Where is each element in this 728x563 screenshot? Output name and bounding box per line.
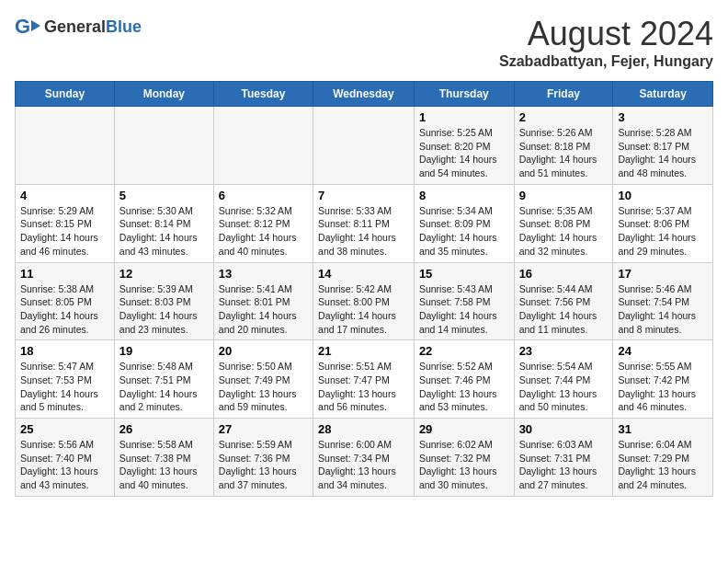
day-number: 22: [419, 344, 509, 358]
weekday-header-friday: Friday: [514, 82, 613, 107]
day-info: Sunrise: 5:42 AM Sunset: 8:00 PM Dayligh…: [318, 282, 409, 337]
calendar-cell: 1Sunrise: 5:25 AM Sunset: 8:20 PM Daylig…: [414, 107, 514, 185]
day-number: 26: [119, 422, 209, 436]
day-info: Sunrise: 6:02 AM Sunset: 7:32 PM Dayligh…: [419, 438, 509, 492]
day-info: Sunrise: 5:33 AM Sunset: 8:11 PM Dayligh…: [318, 204, 409, 259]
day-info: Sunrise: 5:26 AM Sunset: 8:18 PM Dayligh…: [519, 126, 609, 180]
calendar-cell: 24Sunrise: 5:55 AM Sunset: 7:42 PM Dayli…: [613, 340, 713, 419]
calendar-header-row: SundayMondayTuesdayWednesdayThursdayFrid…: [16, 82, 713, 107]
svg-marker-1: [31, 20, 40, 31]
calendar-cell: 27Sunrise: 5:59 AM Sunset: 7:36 PM Dayli…: [213, 419, 313, 497]
calendar-cell: [114, 107, 213, 185]
page-header: G General Blue August 2024 Szabadbattyan…: [15, 15, 713, 70]
day-number: 10: [618, 189, 708, 202]
calendar-week-row: 1Sunrise: 5:25 AM Sunset: 8:20 PM Daylig…: [16, 107, 713, 185]
calendar-cell: 12Sunrise: 5:39 AM Sunset: 8:03 PM Dayli…: [114, 262, 213, 340]
day-info: Sunrise: 5:41 AM Sunset: 8:01 PM Dayligh…: [219, 282, 308, 337]
calendar-cell: 18Sunrise: 5:47 AM Sunset: 7:53 PM Dayli…: [16, 340, 115, 419]
calendar-cell: 9Sunrise: 5:35 AM Sunset: 8:08 PM Daylig…: [514, 184, 613, 262]
day-number: 21: [318, 344, 409, 358]
day-number: 27: [219, 422, 308, 436]
day-info: Sunrise: 5:29 AM Sunset: 8:15 PM Dayligh…: [20, 204, 109, 259]
day-info: Sunrise: 5:55 AM Sunset: 7:42 PM Dayligh…: [618, 360, 708, 414]
day-number: 12: [119, 267, 209, 281]
day-number: 19: [119, 344, 209, 358]
day-number: 6: [219, 189, 308, 202]
day-info: Sunrise: 5:59 AM Sunset: 7:36 PM Dayligh…: [219, 438, 308, 492]
logo-text-blue: Blue: [106, 18, 142, 37]
day-number: 9: [519, 189, 609, 202]
day-number: 16: [519, 267, 609, 281]
calendar-cell: 11Sunrise: 5:38 AM Sunset: 8:05 PM Dayli…: [16, 262, 115, 340]
day-number: 2: [519, 110, 609, 124]
calendar-cell: 8Sunrise: 5:34 AM Sunset: 8:09 PM Daylig…: [414, 184, 514, 262]
calendar-cell: [16, 107, 115, 185]
calendar-table: SundayMondayTuesdayWednesdayThursdayFrid…: [15, 81, 713, 497]
day-info: Sunrise: 5:46 AM Sunset: 7:54 PM Dayligh…: [618, 282, 708, 337]
day-info: Sunrise: 5:25 AM Sunset: 8:20 PM Dayligh…: [419, 126, 509, 180]
day-number: 17: [618, 267, 708, 281]
calendar-cell: 28Sunrise: 6:00 AM Sunset: 7:34 PM Dayli…: [313, 419, 415, 497]
day-number: 8: [419, 189, 509, 202]
day-number: 30: [519, 422, 609, 436]
title-block: August 2024 Szabadbattyan, Fejer, Hungar…: [499, 15, 713, 70]
calendar-cell: 15Sunrise: 5:43 AM Sunset: 7:58 PM Dayli…: [414, 262, 514, 340]
calendar-cell: 7Sunrise: 5:33 AM Sunset: 8:11 PM Daylig…: [313, 184, 415, 262]
day-info: Sunrise: 5:35 AM Sunset: 8:08 PM Dayligh…: [519, 204, 609, 259]
calendar-cell: [213, 107, 313, 185]
day-number: 15: [419, 267, 509, 281]
calendar-week-row: 25Sunrise: 5:56 AM Sunset: 7:40 PM Dayli…: [16, 419, 713, 497]
calendar-cell: 17Sunrise: 5:46 AM Sunset: 7:54 PM Dayli…: [613, 262, 713, 340]
weekday-header-tuesday: Tuesday: [213, 82, 313, 107]
day-info: Sunrise: 5:30 AM Sunset: 8:14 PM Dayligh…: [119, 204, 209, 259]
calendar-cell: 2Sunrise: 5:26 AM Sunset: 8:18 PM Daylig…: [514, 107, 613, 185]
day-info: Sunrise: 6:03 AM Sunset: 7:31 PM Dayligh…: [519, 438, 609, 492]
calendar-week-row: 11Sunrise: 5:38 AM Sunset: 8:05 PM Dayli…: [16, 262, 713, 340]
calendar-cell: 13Sunrise: 5:41 AM Sunset: 8:01 PM Dayli…: [213, 262, 313, 340]
calendar-cell: 25Sunrise: 5:56 AM Sunset: 7:40 PM Dayli…: [16, 419, 115, 497]
calendar-cell: 4Sunrise: 5:29 AM Sunset: 8:15 PM Daylig…: [16, 184, 115, 262]
day-info: Sunrise: 5:37 AM Sunset: 8:06 PM Dayligh…: [618, 204, 708, 259]
weekday-header-sunday: Sunday: [16, 82, 115, 107]
logo-text-general: General: [44, 18, 106, 37]
calendar-cell: 21Sunrise: 5:51 AM Sunset: 7:47 PM Dayli…: [313, 340, 415, 419]
calendar-cell: 26Sunrise: 5:58 AM Sunset: 7:38 PM Dayli…: [114, 419, 213, 497]
day-number: 3: [618, 110, 708, 124]
day-number: 18: [20, 344, 109, 358]
logo-icon: G: [15, 15, 40, 40]
day-number: 5: [119, 189, 209, 202]
calendar-cell: 30Sunrise: 6:03 AM Sunset: 7:31 PM Dayli…: [514, 419, 613, 497]
day-number: 31: [618, 422, 708, 436]
day-info: Sunrise: 6:00 AM Sunset: 7:34 PM Dayligh…: [318, 438, 409, 492]
calendar-week-row: 4Sunrise: 5:29 AM Sunset: 8:15 PM Daylig…: [16, 184, 713, 262]
weekday-header-monday: Monday: [114, 82, 213, 107]
day-info: Sunrise: 5:28 AM Sunset: 8:17 PM Dayligh…: [618, 126, 708, 180]
day-number: 7: [318, 189, 409, 202]
weekday-header-saturday: Saturday: [613, 82, 713, 107]
weekday-header-wednesday: Wednesday: [313, 82, 415, 107]
logo: G General Blue: [15, 15, 142, 40]
day-info: Sunrise: 5:54 AM Sunset: 7:44 PM Dayligh…: [519, 360, 609, 414]
calendar-cell: [313, 107, 415, 185]
calendar-cell: 6Sunrise: 5:32 AM Sunset: 8:12 PM Daylig…: [213, 184, 313, 262]
day-number: 20: [219, 344, 308, 358]
calendar-cell: 29Sunrise: 6:02 AM Sunset: 7:32 PM Dayli…: [414, 419, 514, 497]
calendar-cell: 14Sunrise: 5:42 AM Sunset: 8:00 PM Dayli…: [313, 262, 415, 340]
day-number: 13: [219, 267, 308, 281]
day-info: Sunrise: 5:39 AM Sunset: 8:03 PM Dayligh…: [119, 282, 209, 337]
day-info: Sunrise: 5:43 AM Sunset: 7:58 PM Dayligh…: [419, 282, 509, 337]
day-number: 23: [519, 344, 609, 358]
page-title: August 2024: [499, 15, 713, 53]
day-info: Sunrise: 5:34 AM Sunset: 8:09 PM Dayligh…: [419, 204, 509, 259]
svg-text:G: G: [15, 15, 30, 38]
calendar-cell: 10Sunrise: 5:37 AM Sunset: 8:06 PM Dayli…: [613, 184, 713, 262]
day-info: Sunrise: 5:50 AM Sunset: 7:49 PM Dayligh…: [219, 360, 308, 414]
day-number: 1: [419, 110, 509, 124]
calendar-cell: 3Sunrise: 5:28 AM Sunset: 8:17 PM Daylig…: [613, 107, 713, 185]
calendar-cell: 19Sunrise: 5:48 AM Sunset: 7:51 PM Dayli…: [114, 340, 213, 419]
day-info: Sunrise: 5:38 AM Sunset: 8:05 PM Dayligh…: [20, 282, 109, 337]
day-info: Sunrise: 6:04 AM Sunset: 7:29 PM Dayligh…: [618, 438, 708, 492]
day-info: Sunrise: 5:51 AM Sunset: 7:47 PM Dayligh…: [318, 360, 409, 414]
day-info: Sunrise: 5:52 AM Sunset: 7:46 PM Dayligh…: [419, 360, 509, 414]
day-info: Sunrise: 5:47 AM Sunset: 7:53 PM Dayligh…: [20, 360, 109, 414]
